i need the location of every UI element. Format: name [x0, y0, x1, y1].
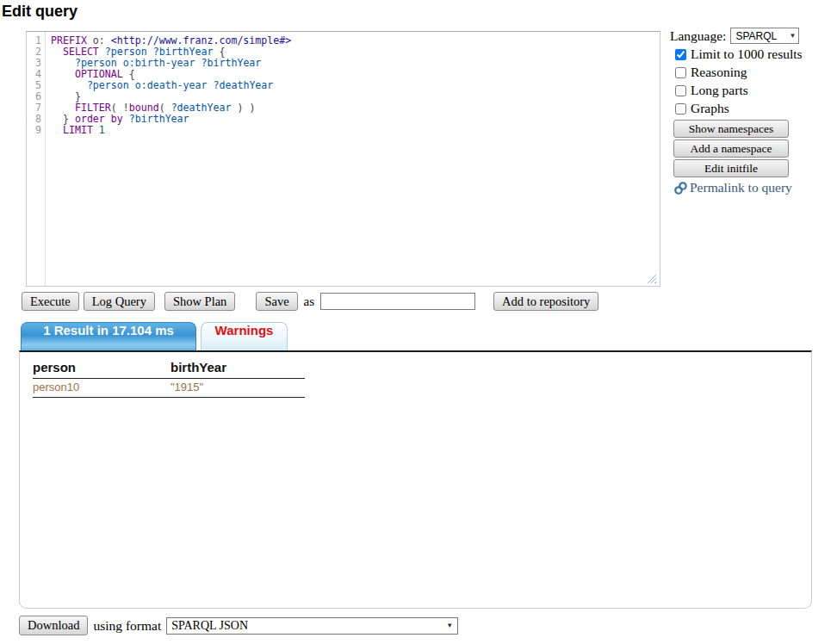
language-row: Language: SPARQL ▼	[670, 28, 818, 44]
query-options-sidebar: Language: SPARQL ▼ Limit to 1000 results…	[670, 28, 818, 195]
show-plan-button[interactable]: Show Plan	[164, 292, 235, 311]
add-to-repository-button[interactable]: Add to repository	[493, 292, 598, 311]
download-row: Download using format SPARQL JSON ▼	[19, 616, 458, 635]
code-token: o:birth-year	[123, 57, 195, 69]
code-token	[51, 46, 63, 58]
code-token: ?birthYear	[129, 113, 189, 125]
code-token: LIMIT	[63, 124, 93, 136]
code-token	[93, 124, 99, 136]
format-select-value: SPARQL JSON	[171, 619, 248, 633]
code-token	[123, 113, 129, 125]
code-token: PREFIX	[51, 34, 87, 46]
code-token	[51, 57, 75, 69]
code-token: FILTER	[75, 102, 111, 114]
chevron-down-icon: ▼	[790, 32, 797, 40]
query-toolbar: Execute Log Query Show Plan Save as Add …	[22, 292, 598, 311]
code-token: ?birthYear	[153, 46, 214, 58]
option-reasoning[interactable]: Reasoning	[675, 65, 818, 80]
code-line: ?person o:death-year ?deathYear	[51, 80, 660, 91]
code-token: ?deathYear	[171, 102, 232, 114]
option-graphs[interactable]: Graphs	[675, 101, 818, 116]
code-token: o:	[87, 34, 111, 46]
code-token: order by	[75, 113, 123, 125]
results-header-row: personbirthYear	[33, 357, 305, 379]
code-token	[51, 124, 63, 136]
result-value: "1915"	[170, 379, 305, 398]
code-token: bound	[129, 102, 159, 114]
format-select[interactable]: SPARQL JSON ▼	[166, 617, 458, 635]
option-limit-to-1000-results[interactable]: Limit to 1000 results	[675, 46, 818, 62]
code-token	[51, 68, 75, 80]
results-panel: personbirthYear person10"1915"	[19, 350, 812, 609]
option-checkbox[interactable]	[675, 49, 686, 60]
edit-initfile-button[interactable]: Edit initfile	[673, 159, 789, 177]
code-token	[99, 46, 105, 58]
chain-icon	[673, 181, 688, 195]
permalink-to-query-link[interactable]: Permalink to query	[673, 180, 818, 195]
code-token: 1	[99, 124, 105, 136]
tab-results[interactable]: 1 Result in 17.104 ms	[21, 322, 196, 350]
save-button[interactable]: Save	[256, 292, 297, 311]
code-token: ) )	[231, 102, 255, 114]
table-row: person10"1915"	[33, 379, 305, 398]
language-select[interactable]: SPARQL ▼	[730, 28, 799, 44]
code-line: LIMIT 1	[51, 125, 660, 136]
language-select-value: SPARQL	[735, 30, 777, 42]
code-token: ?person	[105, 46, 147, 58]
save-as-input[interactable]	[320, 293, 475, 310]
line-number: 9	[27, 125, 45, 136]
download-button[interactable]: Download	[19, 616, 88, 635]
permalink-label: Permalink to query	[690, 180, 792, 195]
add-a-namespace-button[interactable]: Add a namespace	[673, 139, 789, 158]
option-checkbox[interactable]	[675, 103, 686, 115]
option-checkbox[interactable]	[675, 67, 686, 78]
code-token: ?person	[87, 79, 129, 91]
resize-handle[interactable]	[647, 274, 656, 283]
query-option-checkboxes: Limit to 1000 resultsReasoningLong parts…	[670, 46, 818, 116]
results-tabs: 1 Result in 17.104 ms Warnings	[21, 322, 288, 350]
code-token: ( !	[111, 102, 129, 114]
code-token	[147, 46, 153, 58]
code-token: ?person	[75, 57, 117, 69]
code-token: OPTIONAL	[75, 68, 123, 80]
column-header: person	[33, 357, 170, 379]
edit-query-page: Edit query 123456789 PREFIX o: <http://w…	[0, 0, 837, 644]
line-number-gutter: 123456789	[27, 32, 46, 286]
code-token: <http://www.franz.com/simple#>	[111, 34, 291, 46]
code-token: {	[123, 68, 135, 80]
option-label: Reasoning	[691, 65, 747, 80]
option-checkbox[interactable]	[675, 85, 686, 96]
code-token	[208, 79, 214, 91]
code-token: SELECT	[63, 46, 99, 58]
code-line: } order by ?birthYear	[51, 114, 660, 125]
namespace-actions: Show namespacesAdd a namespaceEdit initf…	[673, 120, 818, 177]
show-namespaces-button[interactable]: Show namespaces	[673, 120, 789, 138]
code-token	[195, 57, 202, 69]
option-long-parts[interactable]: Long parts	[675, 83, 818, 98]
code-token	[51, 79, 87, 91]
option-label: Limit to 1000 results	[691, 46, 803, 62]
code-token: ?deathYear	[214, 79, 274, 91]
log-query-button[interactable]: Log Query	[84, 292, 155, 311]
code-token: }	[51, 113, 75, 125]
code-line: ?person o:birth-year ?birthYear	[51, 58, 660, 69]
query-code-area[interactable]: PREFIX o: <http://www.franz.com/simple#>…	[46, 32, 660, 136]
code-token	[129, 79, 135, 91]
language-label: Language:	[670, 28, 726, 44]
column-header: birthYear	[170, 357, 305, 379]
code-token	[51, 102, 75, 114]
results-table: personbirthYear person10"1915"	[33, 357, 305, 398]
code-token: }	[51, 90, 81, 102]
chevron-down-icon: ▼	[446, 622, 453, 629]
tab-warnings[interactable]: Warnings	[201, 322, 288, 350]
save-as-label: as	[304, 294, 315, 309]
code-token: ?birthYear	[202, 57, 262, 69]
page-title: Edit query	[2, 3, 78, 21]
option-label: Graphs	[691, 101, 729, 116]
result-resource-link[interactable]: person10	[33, 379, 170, 398]
option-label: Long parts	[691, 83, 748, 98]
code-token: {	[214, 46, 226, 58]
execute-button[interactable]: Execute	[22, 292, 79, 311]
using-format-label: using format	[93, 618, 161, 634]
query-editor[interactable]: 123456789 PREFIX o: <http://www.franz.co…	[26, 31, 660, 287]
